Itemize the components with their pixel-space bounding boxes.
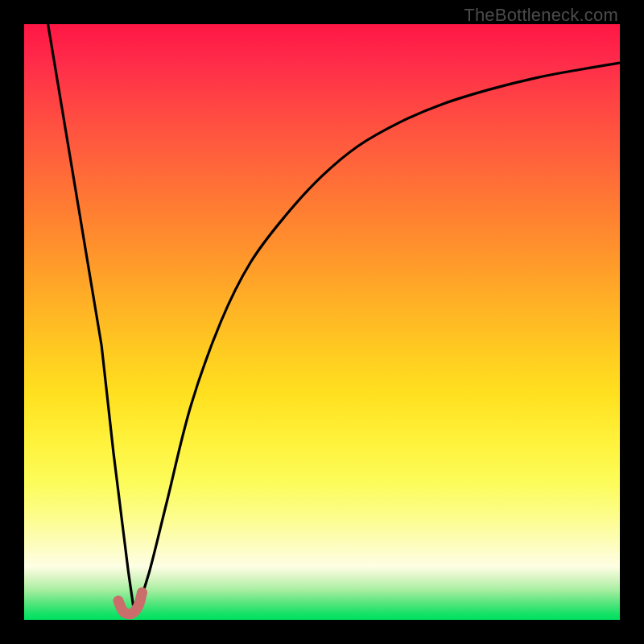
ascending-branch <box>138 63 620 608</box>
plot-curves <box>24 24 620 620</box>
bottleneck-curve <box>48 24 620 608</box>
watermark-text: TheBottleneck.com <box>464 5 618 26</box>
highlight-hook <box>118 592 142 614</box>
plot-frame <box>24 24 620 620</box>
descending-branch <box>48 24 134 605</box>
